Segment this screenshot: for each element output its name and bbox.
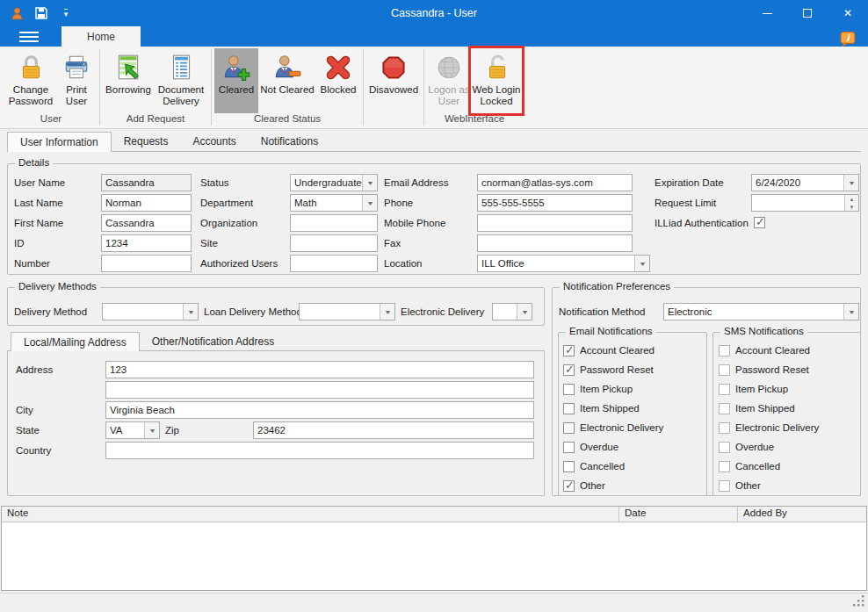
- organization-field[interactable]: [290, 214, 378, 232]
- checkbox-icon[interactable]: [563, 442, 575, 453]
- not-cleared-button[interactable]: Not Cleared: [258, 48, 316, 113]
- disavowed-button[interactable]: Disavowed: [366, 48, 421, 113]
- zip-field[interactable]: [253, 421, 534, 439]
- chevron-down-icon[interactable]: [362, 175, 377, 191]
- checkbox-icon[interactable]: [563, 384, 575, 395]
- mobile-phone-field[interactable]: [477, 214, 633, 232]
- email-item-pickup-option[interactable]: Item Pickup: [563, 382, 633, 396]
- sms-password-reset-option[interactable]: Password Reset: [719, 363, 809, 377]
- email-electronic-delivery-option[interactable]: Electronic Delivery: [563, 421, 663, 435]
- tab-user-information[interactable]: User Information: [7, 132, 112, 152]
- phone-field[interactable]: [477, 194, 633, 212]
- checkbox-icon[interactable]: [563, 422, 575, 434]
- checkbox-icon[interactable]: [563, 364, 575, 376]
- checkbox-icon[interactable]: [563, 461, 575, 472]
- notes-table-body[interactable]: [2, 522, 866, 590]
- fax-field[interactable]: [477, 234, 633, 252]
- electronic-delivery-dropdown[interactable]: [492, 303, 532, 320]
- city-field[interactable]: [105, 401, 534, 419]
- sms-item-pickup-option[interactable]: Item Pickup: [719, 382, 788, 396]
- logon-as-user-button[interactable]: Logon as User: [427, 48, 471, 113]
- blocked-button[interactable]: Blocked: [316, 48, 360, 113]
- number-field[interactable]: [101, 255, 192, 272]
- checkbox-icon[interactable]: [719, 384, 730, 395]
- checkbox-icon[interactable]: [719, 364, 730, 376]
- maximize-button[interactable]: [787, 0, 828, 26]
- chevron-down-icon[interactable]: [144, 422, 159, 438]
- tab-other-notification-address[interactable]: Other/Notification Address: [140, 332, 286, 350]
- sms-overdue-option[interactable]: Overdue: [719, 440, 774, 454]
- help-icon[interactable]: i: [839, 31, 857, 48]
- id-field[interactable]: [101, 234, 192, 252]
- user-icon[interactable]: [9, 5, 25, 21]
- checkbox-icon[interactable]: [563, 403, 575, 414]
- chevron-down-icon[interactable]: [517, 304, 532, 320]
- state-dropdown[interactable]: VA: [105, 421, 160, 439]
- checkbox-icon[interactable]: [719, 480, 730, 492]
- sms-cancelled-option[interactable]: Cancelled: [719, 459, 780, 473]
- expiration-date-dropdown[interactable]: 6/24/2020: [751, 174, 859, 191]
- borrowing-button[interactable]: Borrowing: [103, 48, 154, 113]
- address-line1-field[interactable]: [105, 361, 534, 378]
- save-icon[interactable]: [33, 5, 49, 21]
- cleared-button[interactable]: Cleared: [214, 48, 258, 113]
- delivery-method-dropdown[interactable]: [102, 303, 199, 320]
- chevron-down-icon[interactable]: [634, 256, 649, 271]
- spin-down-icon[interactable]: [845, 203, 858, 211]
- document-delivery-button[interactable]: Document Delivery: [154, 48, 208, 113]
- checkbox-icon[interactable]: [719, 442, 730, 453]
- notification-method-dropdown[interactable]: Electronic: [663, 303, 859, 320]
- email-account-cleared-option[interactable]: Account Cleared: [563, 343, 655, 357]
- tab-accounts[interactable]: Accounts: [180, 132, 248, 151]
- sms-item-shipped-option[interactable]: Item Shipped: [719, 401, 795, 415]
- email-password-reset-option[interactable]: Password Reset: [563, 363, 654, 377]
- email-overdue-option[interactable]: Overdue: [563, 440, 618, 454]
- tab-local-mailing-address[interactable]: Local/Mailing Address: [11, 332, 140, 351]
- user-name-field[interactable]: [101, 174, 192, 191]
- resize-grip-icon[interactable]: [853, 595, 864, 609]
- checkbox-icon[interactable]: [563, 480, 575, 492]
- checkbox-icon[interactable]: [719, 461, 730, 472]
- tab-notifications[interactable]: Notifications: [249, 132, 330, 151]
- sms-account-cleared-option[interactable]: Account Cleared: [719, 343, 810, 357]
- change-password-button[interactable]: Change Password: [5, 48, 56, 113]
- chevron-down-icon[interactable]: [843, 304, 858, 320]
- site-field[interactable]: [290, 234, 378, 252]
- customize-toolbar-caret-icon[interactable]: ▾: [58, 5, 74, 21]
- checkbox-icon[interactable]: [719, 403, 730, 414]
- tab-requests[interactable]: Requests: [112, 132, 181, 151]
- chevron-down-icon[interactable]: [380, 304, 394, 320]
- last-name-field[interactable]: [101, 194, 192, 212]
- email-field[interactable]: [477, 174, 633, 191]
- minimize-button[interactable]: [747, 0, 787, 26]
- close-button[interactable]: [828, 0, 868, 26]
- hamburger-menu-icon[interactable]: [14, 26, 44, 47]
- chevron-down-icon[interactable]: [183, 304, 198, 320]
- spin-up-icon[interactable]: [845, 195, 858, 203]
- request-limit-stepper[interactable]: [751, 194, 859, 212]
- email-item-shipped-option[interactable]: Item Shipped: [563, 401, 640, 415]
- loan-delivery-method-dropdown[interactable]: [299, 303, 395, 320]
- notes-column-date[interactable]: Date: [619, 507, 738, 522]
- notes-column-added-by[interactable]: Added By: [738, 507, 866, 522]
- web-login-locked-button[interactable]: Web Login Locked: [471, 48, 522, 113]
- chevron-down-icon[interactable]: [362, 195, 377, 211]
- illiad-authentication-checkbox[interactable]: [754, 217, 765, 228]
- checkbox-icon[interactable]: [719, 422, 730, 434]
- print-user-button[interactable]: Print User: [56, 48, 97, 113]
- address-line2-field[interactable]: [105, 381, 534, 399]
- first-name-field[interactable]: [101, 214, 192, 232]
- ribbon-tab-home[interactable]: Home: [61, 26, 141, 47]
- authorized-users-field[interactable]: [290, 255, 378, 272]
- status-dropdown[interactable]: Undergraduate: [290, 174, 378, 191]
- checkbox-icon[interactable]: [563, 345, 575, 356]
- sms-other-option[interactable]: Other: [719, 479, 761, 493]
- email-cancelled-option[interactable]: Cancelled: [563, 459, 625, 473]
- email-other-option[interactable]: Other: [563, 479, 605, 493]
- chevron-down-icon[interactable]: [843, 175, 858, 191]
- notes-column-note[interactable]: Note: [2, 507, 619, 522]
- checkbox-icon[interactable]: [719, 345, 730, 356]
- department-dropdown[interactable]: Math: [290, 194, 378, 212]
- sms-electronic-delivery-option[interactable]: Electronic Delivery: [719, 421, 819, 435]
- location-dropdown[interactable]: ILL Office: [477, 255, 650, 272]
